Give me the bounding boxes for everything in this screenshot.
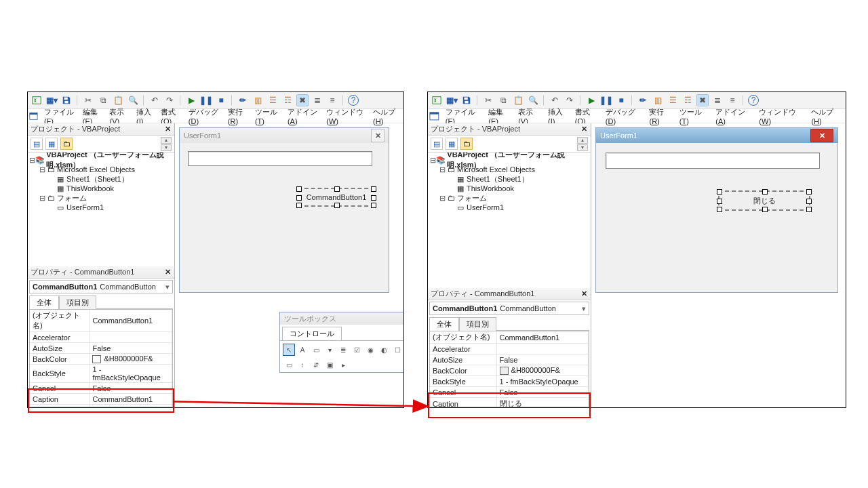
svg-rect-5 [433,97,441,104]
insert-module-icon[interactable]: ▦▾ [446,94,458,106]
toggle-folders-icon[interactable]: 🗀 [60,138,73,150]
scroll-up-icon[interactable]: ▴ [161,137,172,144]
menubar: ファイル(F) 編集(E) 表示(V) 挿入(I) 書式(O) デバッグ(D) … [28,109,403,123]
textbox-tool-icon[interactable]: ▭ [310,344,322,356]
project-pane-close-icon[interactable]: ✕ [578,123,589,134]
scroll-down-icon[interactable]: ▾ [161,144,172,151]
properties-grid[interactable]: (オブジェクト名)CommandButton1 Accelerator Auto… [429,331,589,407]
scrollbar-tool-icon[interactable]: ↕ [296,359,309,371]
excel-icon[interactable] [431,94,443,106]
project-pane-close-icon[interactable]: ✕ [162,123,173,134]
tab-order-icon[interactable]: ≣ [311,94,323,106]
chevron-down-icon[interactable]: ▾ [165,283,170,291]
combobox-tool-icon[interactable]: ▾ [323,344,336,356]
textbox-control[interactable] [606,152,820,169]
copy-icon[interactable]: ⧉ [497,94,509,106]
cut-icon[interactable]: ✂ [82,94,94,106]
break-icon[interactable]: ❚❚ [200,94,212,106]
design-mode-icon[interactable]: ✏ [237,94,249,106]
checkbox-tool-icon[interactable]: ☑ [351,344,363,356]
view-code-icon[interactable]: ▤ [431,138,443,150]
design-surface: UserForm1 ✕ CommandButton1 [175,123,403,408]
multipage-tool-icon[interactable]: ▭ [283,359,295,371]
object-selector[interactable]: CommandButton1 CommandButton ▾ [429,302,589,315]
tab-all[interactable]: 全体 [429,317,459,331]
toggle-folders-icon[interactable]: 🗀 [460,138,473,150]
project-explorer-icon[interactable]: ▥ [252,94,264,106]
tab-order-icon[interactable]: ≣ [711,94,724,106]
textbox-control[interactable] [188,151,372,166]
excel-icon[interactable] [31,94,43,106]
properties-window-icon[interactable]: ☰ [267,94,279,106]
copy-icon[interactable]: ⧉ [97,94,109,106]
cut-icon[interactable]: ✂ [482,94,494,106]
svg-rect-7 [465,101,468,104]
object-browser-icon[interactable]: ☶ [281,94,294,106]
redo-icon[interactable]: ↷ [564,94,576,106]
properties-window-icon[interactable]: ☰ [667,94,679,106]
togglebutton-tool-icon[interactable]: ◐ [378,344,390,356]
toolbox-window[interactable]: ツールボックス コントロール ↖ A ▭ ▾ ≣ ☑ ◉ ◐ ☐ ▬ ⧉ [279,312,404,373]
reset-icon[interactable]: ■ [615,94,627,106]
scroll-up-icon[interactable]: ▴ [577,137,588,144]
spinbutton-tool-icon[interactable]: ⇵ [310,359,322,371]
label-tool-icon[interactable]: A [296,344,309,356]
commandbutton-control[interactable]: 閉じる [718,190,810,211]
find-icon[interactable]: 🔍 [527,94,539,106]
frame-tool-icon[interactable]: ☐ [391,344,403,356]
undo-icon[interactable]: ↶ [149,94,161,106]
scroll-down-icon[interactable]: ▾ [577,144,588,151]
chevron-down-icon[interactable]: ▾ [582,304,586,313]
object-selector[interactable]: CommandButton1 CommandButton ▾ [29,280,173,293]
break-icon[interactable]: ❚❚ [600,94,612,106]
undo-icon[interactable]: ↶ [549,94,561,106]
toolbox-icon[interactable]: ✖ [696,94,709,106]
object-browser-icon[interactable]: ☶ [682,94,694,106]
userform-designer[interactable]: UserForm1 ✕ 閉じる [595,127,838,293]
commandbutton-control[interactable]: CommandButton1 [298,188,375,207]
project-tree[interactable]: ⊟📚VBAProject （ユーザーフォーム説明.xlsm） ⊟🗀Microso… [428,152,591,253]
image-tool-icon[interactable]: ▣ [323,359,336,371]
run-icon[interactable]: ▶ [185,94,197,106]
toolbox-tab-controls[interactable]: コントロール [282,327,342,340]
form-close-icon[interactable]: ✕ [810,129,833,142]
view-object-icon[interactable]: ▦ [446,138,458,150]
reset-icon[interactable]: ■ [215,94,227,106]
run-icon[interactable]: ▶ [585,94,597,106]
userform-designer[interactable]: UserForm1 ✕ CommandButton1 [179,127,389,293]
pointer-tool-icon[interactable]: ↖ [283,344,295,356]
properties-pane-close-icon[interactable]: ✕ [578,288,589,299]
insert-module-icon[interactable]: ▦▾ [45,94,58,106]
design-surface: UserForm1 ✕ 閉じる [591,123,846,408]
redo-icon[interactable]: ↷ [163,94,176,106]
svg-rect-2 [64,101,68,104]
properties-grid[interactable]: (オブジェクト名)CommandButton1 Accelerator Auto… [29,309,173,407]
optionbutton-tool-icon[interactable]: ◉ [364,344,376,356]
design-mode-icon[interactable]: ✏ [637,94,649,106]
help-icon[interactable]: ? [348,95,359,106]
align-icon[interactable]: ≡ [326,94,338,106]
tab-category[interactable]: 項目別 [459,317,496,331]
svg-rect-6 [465,98,468,100]
save-icon[interactable] [60,94,73,106]
project-tree[interactable]: ⊟📚VBAProject （ユーザーフォーム説明.xlsm） ⊟🗀Microso… [28,152,174,239]
properties-pane-title: プロパティ - CommandButton1 ✕ [28,266,174,279]
find-icon[interactable]: 🔍 [127,94,139,106]
toolbox-icon[interactable]: ✖ [296,94,309,106]
view-object-icon[interactable]: ▦ [45,138,58,150]
align-icon[interactable]: ≡ [726,94,738,106]
listbox-tool-icon[interactable]: ≣ [337,344,349,356]
properties-pane-close-icon[interactable]: ✕ [162,266,173,277]
right-screenshot: ▦▾ ✂ ⧉ 📋 🔍 ↶ ↷ ▶ ❚❚ ■ ✏ ▥ ☰ ☶ ✖ ≣ ≡ ? [427,92,846,408]
save-icon[interactable] [460,94,473,106]
svg-rect-1 [64,98,68,100]
tab-category[interactable]: 項目別 [59,296,96,309]
help-icon[interactable]: ? [748,95,759,106]
paste-icon[interactable]: 📋 [512,94,524,106]
project-explorer-icon[interactable]: ▥ [652,94,664,106]
refedit-tool-icon[interactable]: ▸ [337,359,349,371]
view-code-icon[interactable]: ▤ [31,138,43,150]
paste-icon[interactable]: 📋 [112,94,124,106]
tab-all[interactable]: 全体 [29,296,59,309]
form-close-icon[interactable]: ✕ [371,129,384,142]
